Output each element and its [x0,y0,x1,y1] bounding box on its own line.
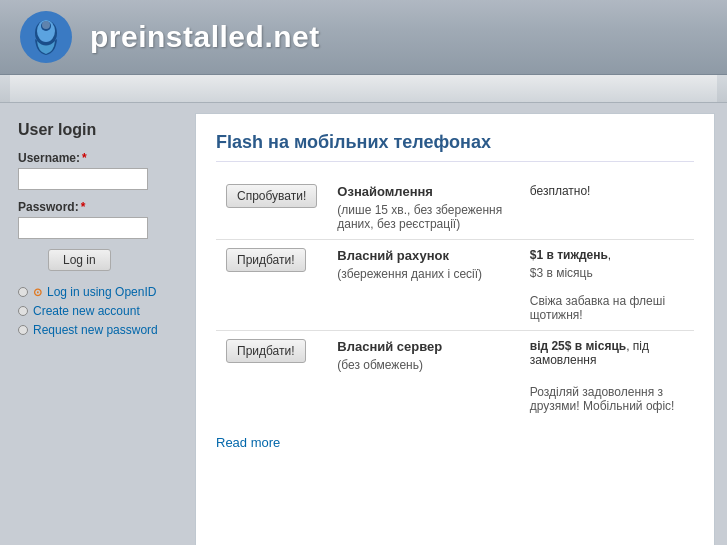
page-body: User login Username:* Password:* Log in … [0,103,727,545]
openid-link-item: ⊙ Log in using OpenID [18,285,180,299]
buy-button-1[interactable]: Придбати! [226,248,306,272]
username-field-group: Username:* [18,151,180,190]
plan1-price-cell: безплатно! [520,176,694,240]
radio-dot-password [18,325,28,335]
sidebar-links: ⊙ Log in using OpenID Create new account… [18,285,180,337]
username-input[interactable] [18,168,148,190]
required-marker: * [82,151,87,165]
request-password-link[interactable]: Request new password [33,323,158,337]
create-account-link[interactable]: Create new account [33,304,140,318]
table-row: Придбати! Власний сервер (без обмежень) … [216,331,694,422]
plan3-name-cell: Власний сервер (без обмежень) [327,331,519,422]
create-account-link-item: Create new account [18,304,180,318]
login-button[interactable]: Log in [48,249,111,271]
plan2-name: Власний рахунок [337,248,509,263]
openid-link[interactable]: Log in using OpenID [47,285,156,299]
plan1-price: безплатно! [530,184,684,198]
plan3-price-note: Розділяй задоволення з друзями! Мобільни… [530,371,684,413]
plan1-name: Ознайомлення [337,184,509,199]
plan2-desc: (збереження даних і сесії) [337,267,509,281]
plan2-price: $1 в тиждень, [530,248,684,262]
navigation-bar [0,75,727,103]
sidebar: User login Username:* Password:* Log in … [0,103,195,545]
plan3-desc: (без обмежень) [337,358,509,372]
request-password-link-item: Request new password [18,323,180,337]
plan1-desc: (лише 15 хв., без збереження даних, без … [337,203,509,231]
plan1-name-cell: Ознайомлення (лише 15 хв., без збереженн… [327,176,519,240]
drupal-logo-icon [20,11,72,63]
username-label: Username:* [18,151,180,165]
password-label: Password:* [18,200,180,214]
buy-button-2[interactable]: Придбати! [226,339,306,363]
openid-icon: ⊙ [33,286,42,299]
plan2-price-note: $3 в місяцьСвіжа забавка на флеші щотижн… [530,266,684,322]
plan2-price-cell: $1 в тиждень, $3 в місяцьСвіжа забавка н… [520,240,694,331]
sidebar-title: User login [18,121,180,139]
plan3-name: Власний сервер [337,339,509,354]
password-field-group: Password:* [18,200,180,239]
plan1-button-cell: Спробувати! [216,176,327,240]
table-row: Придбати! Власний рахунок (збереження да… [216,240,694,331]
plan3-price-cell: від 25$ в місяць, під замовлення Розділя… [520,331,694,422]
plan3-price: від 25$ в місяць, під замовлення [530,339,684,367]
password-input[interactable] [18,217,148,239]
plan2-button-cell: Придбати! [216,240,327,331]
nav-bar-inner [10,75,717,102]
required-marker-2: * [81,200,86,214]
plan2-name-cell: Власний рахунок (збереження даних і сесі… [327,240,519,331]
radio-dot-openid [18,287,28,297]
header: preinstalled.net [0,0,727,75]
table-row: Спробувати! Ознайомлення (лише 15 хв., б… [216,176,694,240]
try-button[interactable]: Спробувати! [226,184,317,208]
main-content: Flash на мобільних телефонах Спробувати!… [195,113,715,545]
read-more-link[interactable]: Read more [216,435,280,450]
svg-point-4 [42,21,50,29]
site-title: preinstalled.net [90,20,320,54]
content-title: Flash на мобільних телефонах [216,132,694,162]
plan3-button-cell: Придбати! [216,331,327,422]
pricing-table: Спробувати! Ознайомлення (лише 15 хв., б… [216,176,694,421]
radio-dot-create [18,306,28,316]
